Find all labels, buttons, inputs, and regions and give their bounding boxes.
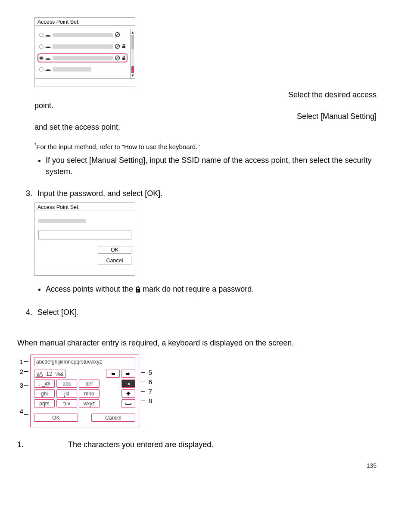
keyboard-diagram: 1 2 3 4 abcdefghijklmnopqrstuvwxyz aA 12… [17,355,377,427]
ssid-bar [53,44,113,49]
legend-text: The characters you entered are displayed… [68,440,377,449]
svg-point-0 [48,36,49,37]
kb-space-icon[interactable] [121,399,135,408]
kb-key[interactable]: tuv [56,399,77,408]
ap-row[interactable] [37,42,128,51]
callout-2: 2 [17,368,23,375]
kb-key[interactable]: jkl [56,389,77,398]
text-point: point. [34,101,377,110]
text-select-desired: Select the desired access [34,90,377,100]
kb-text-display: abcdefghijklmnopqrstuvwxyz [34,358,135,366]
svg-line-2 [116,33,119,36]
svg-line-9 [116,56,119,59]
kb-mode-key[interactable]: aA 12 %& [34,370,66,378]
bullet-manual-setting: If you select [Manual Setting], input th… [46,155,377,177]
text-select-manual: Select [Manual Setting] [34,112,377,121]
scrollbar[interactable]: ▲ ▼ [130,29,135,78]
svg-point-7 [48,59,49,60]
ap-row[interactable] [37,65,128,73]
lock-icon [122,44,126,49]
svg-rect-14 [138,291,138,292]
callout-8: 8 [146,397,152,404]
callout-3: 3 [17,382,23,389]
kb-right-arrow-icon[interactable] [121,370,135,378]
prohibit-icon [115,44,120,49]
lock-icon [135,285,140,296]
pw-box-title: Access Point Set. [35,203,135,211]
wifi-icon [45,44,51,49]
prohibit-icon [115,55,120,61]
svg-point-3 [48,47,49,48]
keyboard-legend: 1. The characters you entered are displa… [17,440,377,449]
step-4: 4. Select [OK]. [26,308,377,317]
scroll-down-icon[interactable]: ▼ [131,74,135,77]
wifi-icon [45,56,51,60]
cancel-button[interactable]: Cancel [98,257,131,264]
page-number: 135 [34,462,377,469]
kb-key[interactable]: def [79,380,100,388]
text-and-set: and set the access point. [34,123,377,132]
step-3: 3. Input the password, and select [OK]. [26,189,377,198]
wifi-icon [45,67,51,72]
radio-icon [39,33,44,37]
ap-row[interactable] [37,30,128,39]
ssid-bar [53,33,113,37]
kb-key[interactable]: .-_@ [34,380,55,388]
kb-backspace-icon[interactable] [121,380,135,388]
legend-num: 1. [17,440,29,449]
kb-key[interactable]: ghi [34,389,55,398]
password-input[interactable] [38,230,131,240]
svg-rect-10 [122,58,125,60]
scroll-up-icon[interactable]: ▲ [131,31,135,34]
kb-ok-button[interactable]: OK [34,414,78,422]
wifi-icon [45,32,51,37]
kb-left-arrow-icon[interactable] [106,370,120,378]
radio-icon [39,44,44,49]
keyboard-intro: When manual character entry is required,… [17,339,377,348]
password-entry-box: Access Point Set. OK Cancel [34,202,135,276]
ok-button[interactable]: OK [98,246,131,254]
callout-6: 6 [146,378,152,386]
radio-icon [39,67,44,72]
kb-cancel-button[interactable]: Cancel [91,414,135,422]
svg-rect-6 [122,46,125,49]
callout-1: 1 [17,358,23,365]
callout-5: 5 [146,369,152,376]
bullet-no-lock: Access points without the mark do not re… [46,283,377,296]
ssid-bar [53,67,91,72]
lock-icon [122,56,126,60]
access-point-list-box: Access Point Set. [34,17,135,87]
ap-row-selected[interactable] [37,53,128,62]
svg-line-5 [116,45,119,48]
pw-ssid-bar [38,219,86,223]
kb-key[interactable]: pqrs [34,399,55,408]
svg-point-11 [48,70,49,71]
radio-icon-selected [39,56,44,60]
footnote: *For the input method, refer to "How to … [34,142,377,150]
ap-box-title: Access Point Set. [35,18,135,25]
callout-7: 7 [146,388,152,395]
kb-key[interactable]: abc [56,380,77,388]
kb-shift-icon[interactable] [121,389,135,398]
ssid-bar [53,56,113,60]
kb-key[interactable]: wxyz [79,399,100,408]
kb-key[interactable]: mno [79,389,100,398]
callout-4: 4 [17,408,23,415]
prohibit-icon [115,32,120,37]
